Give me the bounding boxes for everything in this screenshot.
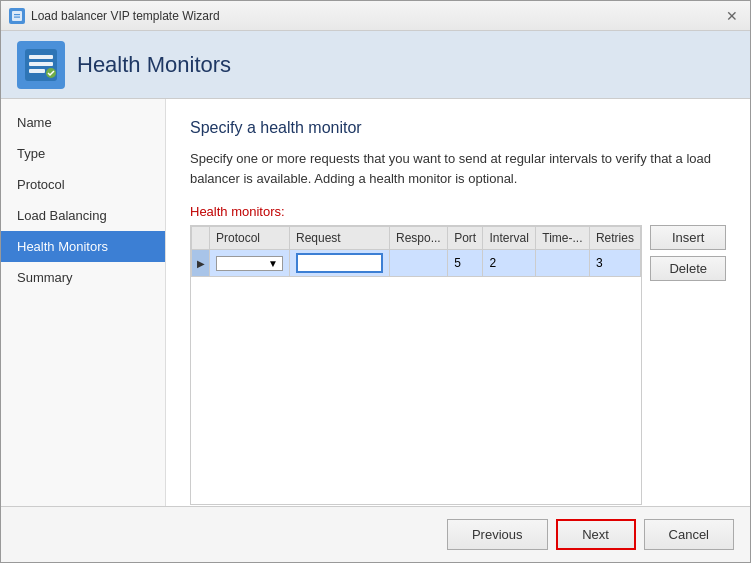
svg-rect-0 <box>12 11 22 21</box>
title-bar-icon <box>9 8 25 24</box>
title-bar: Load balancer VIP template Wizard ✕ <box>1 1 750 31</box>
timeout-cell <box>536 250 590 277</box>
main-window: Load balancer VIP template Wizard ✕ Heal… <box>0 0 751 563</box>
insert-button[interactable]: Insert <box>650 225 726 250</box>
request-cell <box>290 250 390 277</box>
header-icon <box>17 41 65 89</box>
row-arrow-icon: ▶ <box>197 258 205 269</box>
description: Specify one or more requests that you wa… <box>190 149 726 188</box>
col-header-port: Port <box>448 227 483 250</box>
close-button[interactable]: ✕ <box>722 6 742 26</box>
sidebar-item-protocol[interactable]: Protocol <box>1 169 165 200</box>
content-area: Name Type Protocol Load Balancing Health… <box>1 99 750 506</box>
interval-cell: 2 <box>483 250 536 277</box>
health-monitors-table: Protocol Request Respo... Port Interval … <box>191 226 641 277</box>
protocol-cell: ▼ <box>210 250 290 277</box>
table-section: Protocol Request Respo... Port Interval … <box>190 225 726 506</box>
svg-rect-5 <box>29 62 53 66</box>
health-monitors-table-container: Protocol Request Respo... Port Interval … <box>190 225 642 505</box>
sidebar-item-name[interactable]: Name <box>1 107 165 138</box>
title-bar-text: Load balancer VIP template Wizard <box>31 9 722 23</box>
health-monitors-label: Health monitors: <box>190 204 726 219</box>
table-button-panel: Insert Delete <box>650 225 726 281</box>
protocol-dropdown[interactable]: ▼ <box>216 256 283 271</box>
col-header-checkbox <box>192 227 210 250</box>
sidebar-item-health-monitors[interactable]: Health Monitors <box>1 231 165 262</box>
retries-cell: 3 <box>589 250 640 277</box>
port-cell: 5 <box>448 250 483 277</box>
next-button[interactable]: Next <box>556 519 636 550</box>
header-title: Health Monitors <box>77 52 231 78</box>
col-header-response: Respo... <box>390 227 448 250</box>
sidebar-item-summary[interactable]: Summary <box>1 262 165 293</box>
sidebar-item-type[interactable]: Type <box>1 138 165 169</box>
section-title: Specify a health monitor <box>190 119 726 137</box>
request-input[interactable] <box>296 253 383 273</box>
col-header-interval: Interval <box>483 227 536 250</box>
col-header-request: Request <box>290 227 390 250</box>
col-header-protocol: Protocol <box>210 227 290 250</box>
previous-button[interactable]: Previous <box>447 519 548 550</box>
chevron-down-icon: ▼ <box>268 258 278 269</box>
svg-rect-1 <box>14 14 20 15</box>
sidebar-item-load-balancing[interactable]: Load Balancing <box>1 200 165 231</box>
svg-rect-2 <box>14 16 20 17</box>
row-selector: ▶ <box>192 250 210 277</box>
delete-button[interactable]: Delete <box>650 256 726 281</box>
svg-rect-4 <box>29 55 53 59</box>
response-cell <box>390 250 448 277</box>
header-banner: Health Monitors <box>1 31 750 99</box>
col-header-retries: Retries <box>589 227 640 250</box>
sidebar: Name Type Protocol Load Balancing Health… <box>1 99 166 506</box>
main-content: Specify a health monitor Specify one or … <box>166 99 750 506</box>
table-row: ▶ ▼ <box>192 250 641 277</box>
cancel-button[interactable]: Cancel <box>644 519 734 550</box>
svg-rect-6 <box>29 69 45 73</box>
col-header-timeout: Time-... <box>536 227 590 250</box>
footer: Previous Next Cancel <box>1 506 750 562</box>
